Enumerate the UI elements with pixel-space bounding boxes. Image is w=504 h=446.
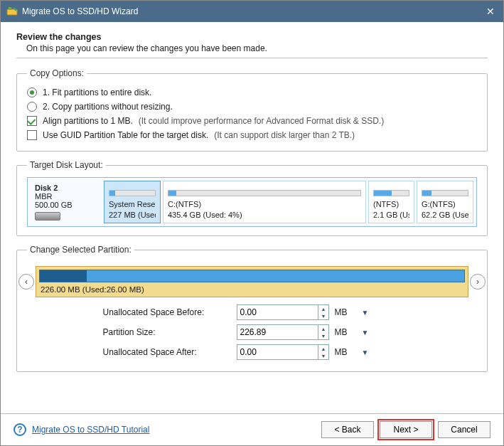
footer: ? Migrate OS to SSD/HD Tutorial < Back N… <box>1 413 503 445</box>
divider <box>16 58 488 58</box>
wizard-window: Migrate OS to SSD/HD Wizard ✕ Review the… <box>0 0 504 446</box>
unit-label: MB <box>335 327 356 337</box>
hard-disk-icon <box>35 212 60 221</box>
option-align-row[interactable]: Align partitions to 1 MB. (It could impr… <box>27 114 477 128</box>
disk-name: Disk 2 <box>35 184 97 192</box>
radio-noresize-label: 2. Copy partitions without resizing. <box>43 102 173 112</box>
option-noresize-row[interactable]: 2. Copy partitions without resizing. <box>27 100 477 114</box>
partition-label-bottom: 62.2 GB (Used <box>422 210 468 220</box>
disk-info: Disk 2 MBR 500.00 GB <box>31 181 102 223</box>
before-input-wrap: ▲▼ <box>237 304 329 320</box>
checkbox-gpt[interactable] <box>27 130 37 140</box>
before-label: Unallocated Space Before: <box>103 307 231 317</box>
copy-options-group: Copy Options: 1. Fit partitions to entir… <box>16 68 488 152</box>
partition-label-bottom: 227 MB (Used <box>109 210 156 220</box>
after-label: Unallocated Space After: <box>103 347 231 357</box>
tutorial-link[interactable]: Migrate OS to SSD/HD Tutorial <box>32 425 149 435</box>
option-gpt-row[interactable]: Use GUID Partition Table for the target … <box>27 128 477 142</box>
partition-bar-label: 226.00 MB (Used:26.00 MB) <box>39 282 465 294</box>
partition-cell[interactable]: (NTFS)2.1 GB (Used: <box>368 181 414 223</box>
spin-up-icon[interactable]: ▲ <box>318 325 328 332</box>
partition-label-bottom: 435.4 GB (Used: 4%) <box>168 210 361 220</box>
partition-cell[interactable]: C:(NTFS)435.4 GB (Used: 4%) <box>163 181 366 223</box>
radio-fit[interactable] <box>27 87 37 97</box>
page-subtitle: On this page you can review the changes … <box>26 43 488 53</box>
back-button[interactable]: < Back <box>321 421 374 438</box>
partition-label-top: C:(NTFS) <box>168 199 361 209</box>
disk-size: 500.00 GB <box>35 201 97 209</box>
content-area: Review the changes On this page you can … <box>1 22 503 413</box>
size-label: Partition Size: <box>103 327 231 337</box>
prev-partition-button[interactable]: ‹ <box>18 274 34 290</box>
checkbox-gpt-label: Use GUID Partition Table for the target … <box>43 130 208 140</box>
disk-scheme: MBR <box>35 192 97 201</box>
svg-rect-1 <box>9 7 11 10</box>
app-icon <box>6 6 18 17</box>
window-title: Migrate OS to SSD/HD Wizard <box>22 6 483 16</box>
partition-usage-bar <box>168 190 361 196</box>
partition-bar[interactable] <box>39 270 465 282</box>
spin-down-icon[interactable]: ▼ <box>318 312 328 319</box>
target-layout-legend: Target Disk Layout: <box>27 160 106 170</box>
partition-usage-bar <box>422 190 468 196</box>
unit-dropdown-icon[interactable]: ▼ <box>362 309 376 317</box>
spin-up-icon[interactable]: ▲ <box>318 305 328 312</box>
spin-up-icon[interactable]: ▲ <box>318 345 328 352</box>
partition-editor[interactable]: 226.00 MB (Used:26.00 MB) <box>36 266 468 297</box>
next-button[interactable]: Next > <box>380 421 432 438</box>
before-input[interactable] <box>237 305 318 319</box>
partition-label-top: System Reser <box>109 199 156 209</box>
unit-dropdown-icon[interactable]: ▼ <box>362 349 376 356</box>
change-partition-legend: Change Selected Partition: <box>27 245 134 255</box>
spin-down-icon[interactable]: ▼ <box>318 352 328 359</box>
copy-options-legend: Copy Options: <box>27 68 87 78</box>
checkbox-align-label: Align partitions to 1 MB. <box>43 116 133 126</box>
after-input[interactable] <box>237 345 318 359</box>
unit-label: MB <box>335 347 356 357</box>
spin-down-icon[interactable]: ▼ <box>318 332 328 339</box>
unit-label: MB <box>335 307 356 317</box>
close-icon[interactable]: ✕ <box>483 6 498 17</box>
partition-cell[interactable]: System Reser227 MB (Used <box>104 181 161 223</box>
unit-dropdown-icon[interactable]: ▼ <box>362 329 376 336</box>
checkbox-align[interactable] <box>27 116 37 126</box>
radio-noresize[interactable] <box>27 102 37 112</box>
size-input[interactable] <box>237 325 318 339</box>
target-layout-group: Target Disk Layout: Disk 2 MBR 500.00 GB… <box>16 160 488 236</box>
cancel-button[interactable]: Cancel <box>438 421 490 438</box>
partition-cell[interactable]: G:(NTFS)62.2 GB (Used <box>417 181 473 223</box>
change-partition-group: Change Selected Partition: ‹ 226.00 MB (… <box>16 245 488 372</box>
align-note: (It could improve performance for Advanc… <box>139 116 384 126</box>
help-icon[interactable]: ? <box>14 423 26 436</box>
partition-label-bottom: 2.1 GB (Used: <box>373 210 409 220</box>
partition-label-top: G:(NTFS) <box>422 199 468 209</box>
size-fields: Unallocated Space Before: ▲▼ MB ▼ Partit… <box>103 304 402 360</box>
size-input-wrap: ▲▼ <box>237 324 329 340</box>
radio-fit-label: 1. Fit partitions to entire disk. <box>43 87 151 97</box>
partition-usage-bar <box>109 190 156 196</box>
option-fit-row[interactable]: 1. Fit partitions to entire disk. <box>27 85 477 100</box>
partition-usage-bar <box>373 190 409 196</box>
after-input-wrap: ▲▼ <box>237 344 329 360</box>
page-title: Review the changes <box>16 32 488 42</box>
titlebar: Migrate OS to SSD/HD Wizard ✕ <box>1 1 503 22</box>
partition-used-fill <box>40 270 87 282</box>
next-partition-button[interactable]: › <box>470 274 486 290</box>
gpt-note: (It can support disk larger than 2 TB.) <box>214 130 355 140</box>
partition-label-top: (NTFS) <box>373 199 409 209</box>
disk-layout-row: Disk 2 MBR 500.00 GB System Reser227 MB … <box>27 177 477 227</box>
